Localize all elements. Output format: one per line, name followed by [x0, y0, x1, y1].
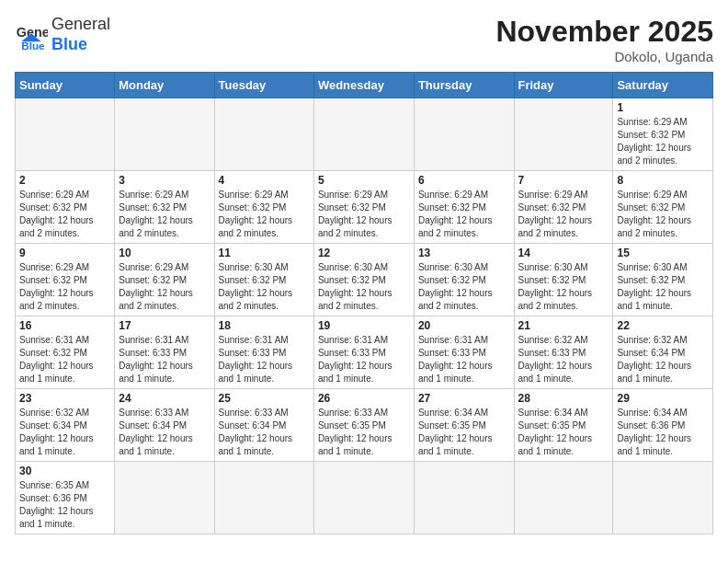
calendar-day-cell: 30Sunrise: 6:35 AM Sunset: 6:36 PM Dayli… [16, 462, 115, 534]
calendar-week-row: 9Sunrise: 6:29 AM Sunset: 6:32 PM Daylig… [16, 244, 713, 316]
calendar-day-cell: 24Sunrise: 6:33 AM Sunset: 6:34 PM Dayli… [115, 389, 214, 462]
day-info: Sunrise: 6:32 AM Sunset: 6:34 PM Dayligh… [19, 407, 110, 458]
day-info: Sunrise: 6:30 AM Sunset: 6:32 PM Dayligh… [318, 261, 410, 313]
day-info: Sunrise: 6:31 AM Sunset: 6:33 PM Dayligh… [318, 334, 410, 385]
calendar-day-cell [514, 462, 613, 534]
day-info: Sunrise: 6:29 AM Sunset: 6:32 PM Dayligh… [617, 116, 709, 167]
day-info: Sunrise: 6:29 AM Sunset: 6:32 PM Dayligh… [19, 189, 110, 240]
calendar-week-row: 1Sunrise: 6:29 AM Sunset: 6:32 PM Daylig… [16, 98, 713, 171]
calendar-day-cell: 2Sunrise: 6:29 AM Sunset: 6:32 PM Daylig… [16, 171, 115, 244]
calendar-day-cell [214, 98, 313, 171]
day-info: Sunrise: 6:29 AM Sunset: 6:32 PM Dayligh… [219, 189, 310, 240]
day-number: 1 [617, 101, 709, 114]
day-number: 22 [617, 319, 709, 332]
calendar-day-cell [115, 98, 214, 171]
calendar-day-cell: 19Sunrise: 6:31 AM Sunset: 6:33 PM Dayli… [313, 316, 414, 389]
day-info: Sunrise: 6:30 AM Sunset: 6:32 PM Dayligh… [518, 261, 609, 313]
calendar-day-cell: 3Sunrise: 6:29 AM Sunset: 6:32 PM Daylig… [115, 171, 214, 244]
day-info: Sunrise: 6:34 AM Sunset: 6:36 PM Dayligh… [617, 407, 709, 458]
calendar-day-cell: 23Sunrise: 6:32 AM Sunset: 6:34 PM Dayli… [16, 389, 115, 462]
day-number: 8 [617, 174, 709, 187]
day-info: Sunrise: 6:33 AM Sunset: 6:35 PM Dayligh… [318, 407, 410, 458]
day-info: Sunrise: 6:31 AM Sunset: 6:33 PM Dayligh… [418, 334, 510, 385]
calendar-day-cell [214, 462, 313, 534]
calendar-day-cell: 25Sunrise: 6:33 AM Sunset: 6:34 PM Dayli… [214, 389, 313, 462]
calendar-day-cell: 18Sunrise: 6:31 AM Sunset: 6:33 PM Dayli… [214, 316, 313, 389]
month-title: November 2025 [495, 15, 713, 49]
day-number: 18 [219, 319, 310, 332]
calendar-day-cell: 12Sunrise: 6:30 AM Sunset: 6:32 PM Dayli… [313, 244, 414, 316]
calendar-week-row: 23Sunrise: 6:32 AM Sunset: 6:34 PM Dayli… [16, 389, 713, 462]
logo-general-text: General [51, 15, 110, 35]
calendar-day-cell: 4Sunrise: 6:29 AM Sunset: 6:32 PM Daylig… [214, 171, 313, 244]
day-number: 10 [119, 247, 210, 259]
day-info: Sunrise: 6:32 AM Sunset: 6:34 PM Dayligh… [617, 334, 709, 385]
calendar-day-cell [313, 462, 414, 534]
page-header: General Blue General Blue November 2025 … [15, 15, 713, 64]
day-number: 7 [518, 174, 609, 187]
logo: General Blue General Blue [15, 15, 110, 54]
weekday-header-thursday: Thursday [414, 73, 514, 98]
day-number: 30 [19, 465, 110, 477]
day-info: Sunrise: 6:35 AM Sunset: 6:36 PM Dayligh… [19, 479, 110, 531]
day-info: Sunrise: 6:29 AM Sunset: 6:32 PM Dayligh… [617, 189, 709, 240]
day-number: 13 [418, 247, 510, 259]
day-info: Sunrise: 6:29 AM Sunset: 6:32 PM Dayligh… [119, 261, 210, 313]
day-number: 24 [119, 392, 210, 405]
calendar-day-cell: 28Sunrise: 6:34 AM Sunset: 6:35 PM Dayli… [514, 389, 613, 462]
day-info: Sunrise: 6:34 AM Sunset: 6:35 PM Dayligh… [518, 407, 609, 458]
calendar-day-cell: 29Sunrise: 6:34 AM Sunset: 6:36 PM Dayli… [613, 389, 713, 462]
calendar-day-cell: 21Sunrise: 6:32 AM Sunset: 6:33 PM Dayli… [514, 316, 613, 389]
svg-text:Blue: Blue [21, 40, 45, 52]
day-info: Sunrise: 6:33 AM Sunset: 6:34 PM Dayligh… [219, 407, 310, 458]
day-number: 29 [617, 392, 709, 405]
day-number: 17 [119, 319, 210, 332]
calendar-day-cell: 20Sunrise: 6:31 AM Sunset: 6:33 PM Dayli… [414, 316, 514, 389]
day-info: Sunrise: 6:30 AM Sunset: 6:32 PM Dayligh… [219, 261, 310, 313]
logo-icon: General Blue [15, 18, 48, 52]
day-info: Sunrise: 6:31 AM Sunset: 6:33 PM Dayligh… [219, 334, 310, 385]
calendar-day-cell: 11Sunrise: 6:30 AM Sunset: 6:32 PM Dayli… [214, 244, 313, 316]
calendar-day-cell [313, 98, 414, 171]
calendar-week-row: 30Sunrise: 6:35 AM Sunset: 6:36 PM Dayli… [16, 462, 713, 534]
calendar-day-cell: 10Sunrise: 6:29 AM Sunset: 6:32 PM Dayli… [115, 244, 214, 316]
calendar-table: SundayMondayTuesdayWednesdayThursdayFrid… [15, 72, 713, 534]
calendar-day-cell: 5Sunrise: 6:29 AM Sunset: 6:32 PM Daylig… [313, 171, 414, 244]
calendar-day-cell [115, 462, 214, 534]
calendar-day-cell: 6Sunrise: 6:29 AM Sunset: 6:32 PM Daylig… [414, 171, 514, 244]
day-info: Sunrise: 6:29 AM Sunset: 6:32 PM Dayligh… [418, 189, 510, 240]
calendar-day-cell [414, 98, 514, 171]
day-number: 11 [219, 247, 310, 259]
calendar-day-cell: 27Sunrise: 6:34 AM Sunset: 6:35 PM Dayli… [414, 389, 514, 462]
day-number: 2 [19, 174, 110, 187]
day-info: Sunrise: 6:31 AM Sunset: 6:32 PM Dayligh… [19, 334, 110, 385]
day-number: 19 [318, 319, 410, 332]
day-number: 27 [418, 392, 510, 405]
day-info: Sunrise: 6:33 AM Sunset: 6:34 PM Dayligh… [119, 407, 210, 458]
day-number: 23 [19, 392, 110, 405]
calendar-day-cell: 1Sunrise: 6:29 AM Sunset: 6:32 PM Daylig… [613, 98, 713, 171]
calendar-day-cell: 14Sunrise: 6:30 AM Sunset: 6:32 PM Dayli… [514, 244, 613, 316]
calendar-day-cell: 13Sunrise: 6:30 AM Sunset: 6:32 PM Dayli… [414, 244, 514, 316]
calendar-day-cell: 26Sunrise: 6:33 AM Sunset: 6:35 PM Dayli… [313, 389, 414, 462]
day-info: Sunrise: 6:29 AM Sunset: 6:32 PM Dayligh… [119, 189, 210, 240]
calendar-day-cell [514, 98, 613, 171]
calendar-day-cell: 8Sunrise: 6:29 AM Sunset: 6:32 PM Daylig… [613, 171, 713, 244]
calendar-day-cell: 17Sunrise: 6:31 AM Sunset: 6:33 PM Dayli… [115, 316, 214, 389]
day-info: Sunrise: 6:29 AM Sunset: 6:32 PM Dayligh… [19, 261, 110, 313]
day-number: 14 [518, 247, 609, 259]
weekday-header-wednesday: Wednesday [313, 73, 414, 98]
location: Dokolo, Uganda [495, 49, 713, 64]
calendar-day-cell: 16Sunrise: 6:31 AM Sunset: 6:32 PM Dayli… [16, 316, 115, 389]
day-number: 16 [19, 319, 110, 332]
day-number: 20 [418, 319, 510, 332]
weekday-header-monday: Monday [115, 73, 214, 98]
calendar-day-cell: 9Sunrise: 6:29 AM Sunset: 6:32 PM Daylig… [16, 244, 115, 316]
day-info: Sunrise: 6:29 AM Sunset: 6:32 PM Dayligh… [318, 189, 410, 240]
weekday-header-row: SundayMondayTuesdayWednesdayThursdayFrid… [16, 73, 713, 98]
calendar-week-row: 16Sunrise: 6:31 AM Sunset: 6:32 PM Dayli… [16, 316, 713, 389]
day-info: Sunrise: 6:32 AM Sunset: 6:33 PM Dayligh… [518, 334, 609, 385]
day-info: Sunrise: 6:31 AM Sunset: 6:33 PM Dayligh… [119, 334, 210, 385]
day-number: 12 [318, 247, 410, 259]
title-block: November 2025 Dokolo, Uganda [495, 15, 713, 64]
